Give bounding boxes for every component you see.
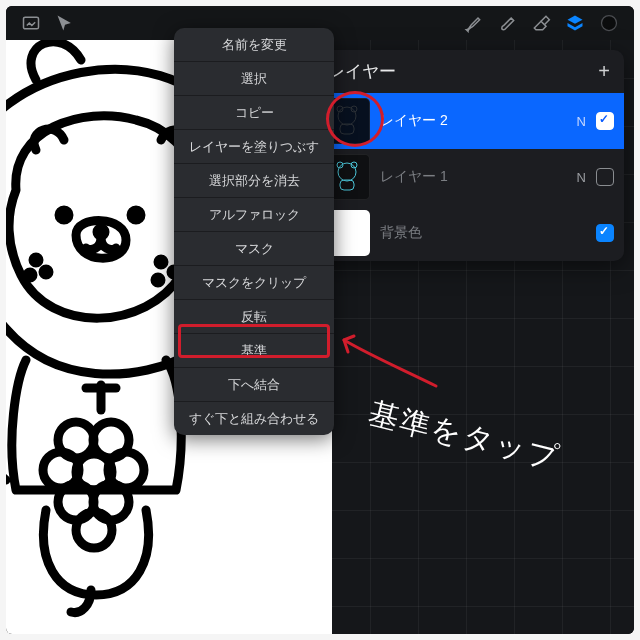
gallery-button[interactable] bbox=[14, 6, 48, 40]
svg-point-20 bbox=[76, 512, 112, 548]
layer-row-1[interactable]: レイヤー 1 N bbox=[314, 149, 624, 205]
svg-point-5 bbox=[33, 257, 39, 263]
menu-alpha-lock[interactable]: アルファロック bbox=[174, 198, 334, 232]
eraser-button[interactable] bbox=[524, 6, 558, 40]
annotation-box-reference bbox=[178, 324, 330, 358]
layer-context-menu: 名前を変更 選択 コピー レイヤーを塗りつぶす 選択部分を消去 アルファロック … bbox=[174, 28, 334, 435]
blend-mode[interactable]: N bbox=[577, 114, 586, 129]
annotation-circle-thumb bbox=[326, 91, 384, 147]
color-button[interactable] bbox=[592, 6, 626, 40]
svg-rect-0 bbox=[24, 17, 39, 29]
menu-merge-down[interactable]: 下へ結合 bbox=[174, 368, 334, 402]
menu-mask[interactable]: マスク bbox=[174, 232, 334, 266]
menu-fill-layer[interactable]: レイヤーを塗りつぶす bbox=[174, 130, 334, 164]
svg-point-1 bbox=[602, 16, 617, 31]
layers-panel: レイヤー + レイヤー 2 N レイヤー 1 N bbox=[314, 50, 624, 261]
svg-point-2 bbox=[59, 210, 69, 220]
menu-combine-down[interactable]: すぐ下と組み合わせる bbox=[174, 402, 334, 435]
svg-point-25 bbox=[338, 163, 356, 181]
add-layer-button[interactable]: + bbox=[598, 60, 610, 83]
menu-rename[interactable]: 名前を変更 bbox=[174, 28, 334, 62]
menu-clip-mask[interactable]: マスクをクリップ bbox=[174, 266, 334, 300]
svg-point-10 bbox=[155, 277, 161, 283]
svg-point-6 bbox=[43, 269, 49, 275]
selection-button[interactable] bbox=[48, 6, 82, 40]
layer-name: レイヤー 1 bbox=[380, 168, 567, 186]
svg-point-3 bbox=[131, 210, 141, 220]
menu-select[interactable]: 選択 bbox=[174, 62, 334, 96]
layers-button[interactable] bbox=[558, 6, 592, 40]
brush-button[interactable] bbox=[456, 6, 490, 40]
blend-mode[interactable]: N bbox=[577, 170, 586, 185]
layer-visible-checkbox[interactable] bbox=[596, 224, 614, 242]
svg-point-8 bbox=[158, 259, 164, 265]
layer-row-bg[interactable]: 背景色 bbox=[314, 205, 624, 261]
layer-name: レイヤー 2 bbox=[380, 112, 567, 130]
menu-copy[interactable]: コピー bbox=[174, 96, 334, 130]
layer-name: 背景色 bbox=[380, 224, 576, 242]
layer-visible-checkbox[interactable] bbox=[596, 112, 614, 130]
menu-clear-sel[interactable]: 選択部分を消去 bbox=[174, 164, 334, 198]
layer-visible-checkbox[interactable] bbox=[596, 168, 614, 186]
svg-point-7 bbox=[27, 272, 33, 278]
smudge-button[interactable] bbox=[490, 6, 524, 40]
layers-title: レイヤー bbox=[328, 60, 396, 83]
